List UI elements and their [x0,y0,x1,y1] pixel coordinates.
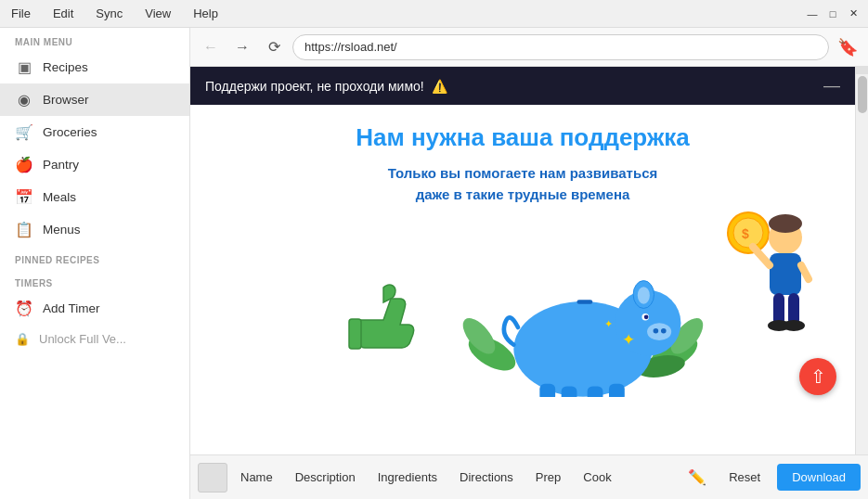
scroll-to-top-button[interactable]: ⇧ [799,358,836,395]
svg-point-9 [638,287,650,304]
sidebar-item-meals[interactable]: 📅 Meals [0,181,189,213]
promo-title: Нам нужна ваша поддержка [218,123,827,152]
sidebar-item-meals-label: Meals [43,190,76,204]
title-bar: File Edit Sync View Help — □ ✕ [0,0,868,28]
web-content-wrapper: Поддержи проект, не проходи мимо! ⚠️ — Н… [190,67,868,454]
promo-banner: Поддержи проект, не проходи мимо! ⚠️ — [190,67,855,105]
thumbs-up-icon [332,278,425,390]
banner-message: Поддержи проект, не проходи мимо! [205,79,424,94]
svg-rect-15 [577,300,592,304]
sidebar: MAIN MENU ▣ Recipes ◉ Browser 🛒 Grocerie… [0,28,190,499]
banner-text: Поддержи проект, не проходи мимо! ⚠️ [205,79,447,94]
promo-main: Нам нужна ваша поддержка Только вы помог… [190,105,855,451]
svg-point-10 [647,323,671,340]
pinned-recipes-label: PINNED RECIPES [0,246,189,269]
add-timer-icon: ⏰ [15,300,33,317]
scrollbar[interactable] [855,67,868,454]
nav-bar: ← → ⟳ 🔖 [190,28,868,67]
svg-line-29 [801,265,809,279]
sidebar-item-menus[interactable]: 📋 Menus [0,213,189,246]
groceries-icon: 🛒 [15,123,33,141]
sidebar-add-timer-label: Add Timer [43,301,100,315]
menu-edit[interactable]: Edit [49,5,77,22]
promo-subtitle-line2: даже в такие трудные времена [218,185,827,206]
svg-point-33 [783,320,805,331]
svg-point-11 [654,328,659,334]
sidebar-item-recipes-label: Recipes [43,60,88,74]
browser-area: ← → ⟳ 🔖 Поддержи проект, не проходи мимо… [190,28,868,499]
close-button[interactable]: ✕ [846,6,861,21]
svg-text:✦: ✦ [604,318,613,329]
menus-icon: 📋 [15,221,33,238]
toolbar-prep-button[interactable]: Prep [526,465,570,490]
svg-rect-19 [609,384,625,397]
banner-close-button[interactable]: — [823,76,840,96]
sidebar-item-pantry[interactable]: 🍎 Pantry [0,148,189,181]
sidebar-item-menus-label: Menus [43,223,81,237]
bottom-toolbar: Name Description Ingredients Directions … [190,454,868,499]
recipes-icon: ▣ [15,58,33,76]
toolbar-name-button[interactable]: Name [231,465,282,490]
web-content: Поддержи проект, не проходи мимо! ⚠️ — Н… [190,67,855,454]
sidebar-item-browser-label: Browser [43,93,89,107]
sidebar-item-pantry-label: Pantry [43,158,79,172]
sidebar-item-unlock[interactable]: 🔒 Unlock Full Ve... [0,325,189,353]
address-bar[interactable] [292,34,829,60]
browser-icon: ◉ [15,91,33,109]
maximize-button[interactable]: □ [825,6,840,21]
window-controls: — □ ✕ [805,6,861,21]
illustration: ✦ ✦ $ [218,224,827,390]
svg-rect-16 [539,384,555,397]
menu-file[interactable]: File [7,5,34,22]
thumbnail-placeholder [198,463,227,493]
sidebar-item-browser[interactable]: ◉ Browser [0,83,189,116]
svg-point-12 [661,328,667,334]
sidebar-item-groceries[interactable]: 🛒 Groceries [0,116,189,148]
menu-help[interactable]: Help [189,5,222,22]
download-button[interactable]: Download [777,464,861,491]
person-illustration: $ [706,205,818,357]
svg-point-14 [644,314,649,319]
svg-rect-17 [562,386,577,396]
promo-subtitle: Только вы помогаете нам развиваться даже… [218,163,827,205]
timers-label: TIMERS [0,269,189,292]
toolbar-ingredients-button[interactable]: Ingredients [369,465,447,490]
toolbar-edit-icon[interactable]: ✏️ [682,463,712,493]
main-menu-label: MAIN MENU [0,28,189,51]
svg-point-26 [769,214,802,233]
svg-text:$: $ [742,226,749,241]
piggy-illustration: ✦ ✦ [453,224,713,390]
sidebar-item-groceries-label: Groceries [43,125,97,139]
menu-bar: File Edit Sync View Help [7,5,805,22]
toolbar-cook-button[interactable]: Cook [574,465,620,490]
menu-view[interactable]: View [141,5,175,22]
refresh-button[interactable]: ⟳ [261,34,287,60]
toolbar-description-button[interactable]: Description [286,465,365,490]
svg-text:✦: ✦ [622,331,635,349]
reset-button[interactable]: Reset [716,465,773,490]
sidebar-item-add-timer[interactable]: ⏰ Add Timer [0,292,189,325]
back-button[interactable]: ← [198,34,224,60]
svg-rect-18 [588,386,603,396]
main-container: MAIN MENU ▣ Recipes ◉ Browser 🛒 Grocerie… [0,28,868,499]
lock-icon: 🔒 [15,332,30,346]
meals-icon: 📅 [15,188,33,206]
banner-emoji: ⚠️ [432,79,447,94]
forward-button[interactable]: → [229,34,255,60]
promo-subtitle-line1: Только вы помогаете нам развиваться [218,163,827,185]
toolbar-directions-button[interactable]: Directions [450,465,523,490]
pantry-icon: 🍎 [15,156,33,173]
svg-rect-27 [770,253,801,295]
sidebar-unlock-label: Unlock Full Ve... [39,332,126,346]
menu-sync[interactable]: Sync [92,5,126,22]
svg-rect-0 [349,319,361,349]
sidebar-item-recipes[interactable]: ▣ Recipes [0,51,189,83]
minimize-button[interactable]: — [805,6,820,21]
bookmark-button[interactable]: 🔖 [835,34,861,60]
scrollbar-thumb[interactable] [858,76,867,113]
